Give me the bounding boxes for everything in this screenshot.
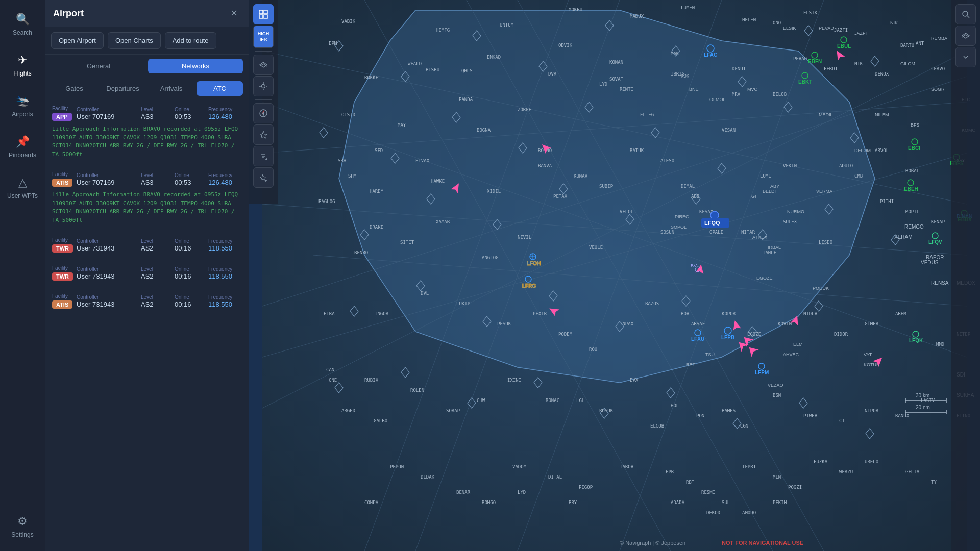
svg-text:DVR: DVR	[548, 71, 557, 77]
nav-airports[interactable]: 🛬 Airports	[0, 86, 45, 127]
svg-text:KOVIN: KOVIN	[778, 321, 792, 327]
tab-networks[interactable]: Networks	[148, 59, 243, 73]
svg-text:KOPOR: KOPOR	[722, 311, 736, 316]
aircraft-plus-button[interactable]	[253, 167, 274, 188]
close-button[interactable]: ✕	[227, 6, 241, 20]
svg-text:AMODO: AMODO	[742, 510, 756, 515]
svg-text:ELTEG: ELTEG	[640, 112, 654, 117]
nav-settings[interactable]: ⚙ Settings	[0, 506, 45, 547]
freq-col-1: Frequency 126.480	[208, 107, 242, 120]
svg-text:RONAC: RONAC	[546, 398, 559, 403]
svg-text:GI: GI	[751, 194, 756, 199]
svg-text:DENOX: DENOX	[875, 71, 889, 77]
chevron-down-button[interactable]	[955, 47, 976, 67]
svg-text:ARVOL: ARVOL	[875, 148, 889, 153]
svg-text:HARDY: HARDY	[370, 189, 384, 194]
svg-text:BUSUK: BUSUK	[599, 408, 614, 413]
svg-text:QHLS: QHLS	[461, 68, 473, 73]
nav-search[interactable]: 🔍 Search	[0, 4, 45, 45]
svg-text:COHPA: COHPA	[364, 500, 379, 505]
svg-text:NEVIL: NEVIL	[518, 235, 531, 240]
svg-text:NIPOR: NIPOR	[865, 408, 879, 413]
svg-text:20 nm: 20 nm	[916, 405, 930, 410]
svg-text:XERAM: XERAM	[894, 234, 913, 240]
svg-text:AHVEC: AHVEC	[783, 352, 799, 357]
svg-text:RBT: RBT	[686, 480, 695, 485]
svg-text:PANDA: PANDA	[459, 97, 473, 102]
layers-button[interactable]	[253, 55, 274, 75]
svg-text:MEDIL: MEDIL	[819, 112, 833, 117]
svg-text:REMGO: REMGO	[904, 224, 924, 230]
svg-text:EVX: EVX	[630, 378, 639, 383]
nav-flights[interactable]: ✈ Flights	[0, 45, 45, 86]
controller-value-5: User 731943	[77, 300, 138, 308]
svg-text:DRAKE: DRAKE	[370, 224, 383, 230]
online-col-5: Online 00:16	[175, 294, 205, 308]
map-toolbar-right	[951, 0, 980, 551]
svg-text:URELO: URELO	[865, 459, 878, 464]
grid-layer-button[interactable]	[253, 4, 274, 24]
svg-text:MVC: MVC	[747, 87, 758, 92]
layers-right-button[interactable]	[955, 26, 976, 46]
facility-label-1: Facility APP	[52, 106, 74, 121]
filter-plus-button[interactable]	[253, 146, 274, 166]
svg-text:SITET: SITET	[400, 240, 414, 245]
high-ifr-button[interactable]: HIGH IFR	[253, 26, 274, 48]
svg-text:PODUK: PODUK	[813, 286, 829, 291]
svg-text:XAMAB: XAMAB	[436, 219, 450, 224]
online-col-2: Online 00:53	[175, 172, 205, 186]
compass-button[interactable]	[253, 103, 274, 123]
controller-value-1: User 707169	[77, 113, 138, 120]
svg-text:PON: PON	[696, 413, 704, 418]
svg-text:ADADA: ADADA	[671, 500, 685, 505]
controller-col-4: Controller User 731943	[77, 266, 138, 280]
svg-text:SRH: SRH	[338, 158, 346, 163]
svg-text:AREM: AREM	[895, 311, 906, 316]
svg-text:PEXIR: PEXIR	[533, 311, 547, 316]
svg-text:VEDUS: VEDUS	[921, 260, 939, 265]
svg-text:BENBO: BENBO	[354, 250, 368, 255]
svg-text:NIK: NIK	[890, 20, 898, 26]
brightness-button[interactable]	[253, 76, 274, 96]
level-value-5: AS2	[141, 300, 172, 308]
layers-right-icon	[961, 31, 970, 40]
svg-text:RANUX: RANUX	[895, 413, 910, 418]
freq-value-3: 118.550	[208, 244, 242, 252]
controller-col-1: Controller User 707169	[77, 107, 138, 120]
svg-text:VEULE: VEULE	[589, 245, 603, 250]
facility-label-2: Facility ATIS	[52, 171, 74, 187]
pinboards-icon: 📌	[16, 135, 30, 148]
svg-text:INPAX: INPAX	[620, 321, 634, 327]
user-wpts-icon: △	[18, 176, 27, 189]
tab-gates[interactable]: Gates	[51, 81, 97, 96]
search-right-button[interactable]	[955, 4, 976, 24]
controller-col-5: Controller User 731943	[77, 294, 138, 308]
add-to-route-button[interactable]: Add to route	[165, 32, 216, 49]
svg-text:ROU: ROU	[589, 347, 597, 352]
plus-icon	[259, 152, 268, 161]
level-col-3: Level AS2	[141, 238, 172, 252]
open-charts-button[interactable]: Open Charts	[108, 32, 161, 49]
svg-text:BELOB: BELOB	[773, 92, 787, 97]
open-airport-button[interactable]: Open Airport	[51, 32, 104, 49]
tab-atc[interactable]: ATC	[197, 81, 243, 96]
svg-text:TEPRI: TEPRI	[742, 464, 756, 469]
facility-badge-app-1: APP	[52, 113, 72, 121]
svg-text:GALBO: GALBO	[374, 418, 387, 423]
freq-col-5: Frequency 118.550	[208, 294, 242, 308]
tab-general[interactable]: General	[51, 59, 146, 73]
nav-pinboards[interactable]: 📌 Pinboards	[0, 127, 45, 167]
tab-arrivals[interactable]: Arrivals	[148, 81, 194, 96]
svg-text:BV: BV	[691, 263, 697, 268]
atc-grid-5: Facility ATIS Controller User 731943 Lev…	[52, 293, 242, 309]
svg-text:© Navigraph | © Jeppesen: © Navigraph | © Jeppesen	[620, 540, 685, 546]
svg-text:EBKT: EBKT	[798, 79, 812, 85]
nav-flights-label: Flights	[13, 70, 31, 77]
svg-text:BAZOS: BAZOS	[645, 301, 659, 306]
map-area[interactable]: EPM VABIK WEALD HIMFG UNTUM MOKBU MADUX …	[249, 0, 980, 551]
level-col-2: Level AS3	[141, 172, 172, 186]
svg-text:SOPOL: SOPOL	[671, 224, 687, 230]
tab-departures[interactable]: Departures	[100, 81, 146, 96]
plane-view-button[interactable]	[253, 124, 274, 145]
nav-user-wpts[interactable]: △ User WPTs	[0, 167, 45, 208]
